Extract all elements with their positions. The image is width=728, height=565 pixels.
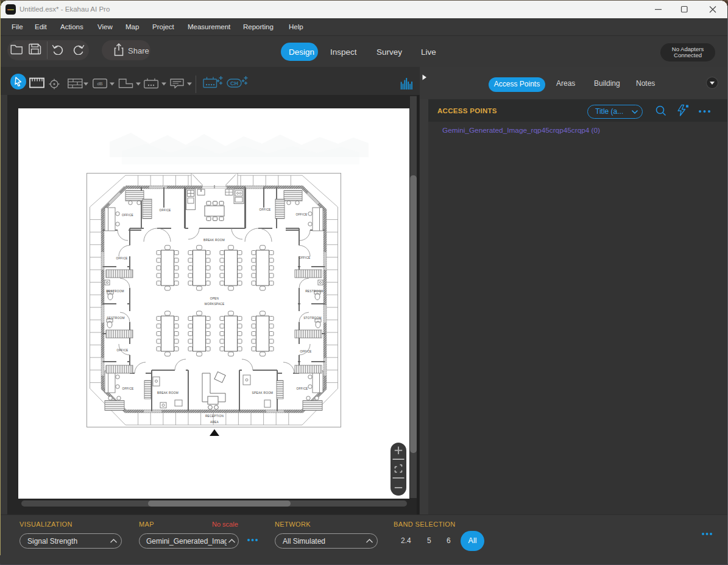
svg-text:OFFICE: OFFICE bbox=[300, 350, 311, 353]
svg-text:RESTROOM: RESTROOM bbox=[106, 290, 124, 293]
svg-text:OPEN: OPEN bbox=[210, 297, 219, 300]
svg-text:OFFICE: OFFICE bbox=[159, 209, 171, 212]
svg-text:STOTROOM: STOTROOM bbox=[303, 317, 322, 320]
svg-text:CH: CH bbox=[230, 80, 238, 86]
svg-text:OFFICE: OFFICE bbox=[296, 387, 308, 390]
svg-text:BREAK ROOM: BREAK ROOM bbox=[157, 391, 178, 395]
svg-text:BREAK ROOM: BREAK ROOM bbox=[203, 239, 225, 242]
svg-text:SPEAK ROOM: SPEAK ROOM bbox=[252, 391, 274, 395]
svg-text:OFFICE: OFFICE bbox=[122, 214, 133, 217]
svg-text:OFFICE: OFFICE bbox=[116, 349, 128, 352]
svg-text:OFFICE: OFFICE bbox=[116, 257, 127, 260]
svg-text:RESTROOM: RESTROOM bbox=[305, 290, 323, 293]
svg-text:RECEPTION: RECEPTION bbox=[205, 415, 224, 418]
svg-text:OFFICE: OFFICE bbox=[295, 213, 307, 216]
svg-text:dB: dB bbox=[97, 81, 102, 86]
svg-text:OFFICE: OFFICE bbox=[259, 208, 270, 211]
svg-text:WORKSPACE: WORKSPACE bbox=[204, 303, 224, 306]
svg-text:SESTROOM: SESTROOM bbox=[107, 317, 124, 320]
svg-text:OFFICE: OFFICE bbox=[122, 387, 133, 390]
svg-text:OFFICE: OFFICE bbox=[299, 256, 310, 259]
svg-text:AREA: AREA bbox=[210, 421, 219, 424]
